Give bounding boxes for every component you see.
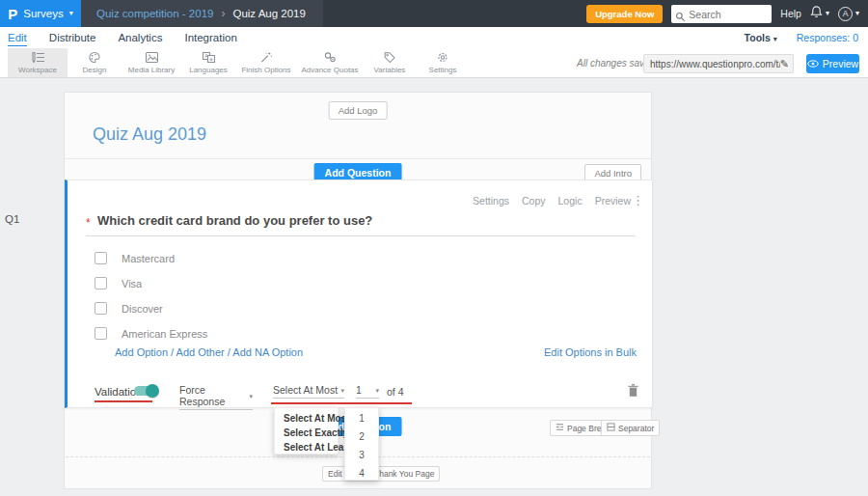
page-break-icon: [556, 423, 564, 433]
languages-icon: Aa: [202, 51, 216, 64]
add-logo-button[interactable]: Add Logo: [329, 101, 388, 120]
validation-toggle[interactable]: [134, 386, 158, 396]
selection-rule-menu: Select At Most Select Exactly Select At …: [274, 407, 339, 455]
add-other-link[interactable]: Add Other: [176, 346, 225, 358]
top-navbar: P Surveys ▾ Quiz competition - 2019 › Qu…: [0, 0, 868, 27]
bell-icon: [810, 5, 823, 22]
toolbar-item-label: Design: [83, 66, 107, 74]
tools-menu[interactable]: Tools ▾: [745, 32, 777, 43]
workspace-icon: [31, 51, 45, 64]
question-copy-link[interactable]: Copy: [522, 195, 546, 207]
separator-button[interactable]: Separator: [601, 420, 660, 436]
option-label[interactable]: Mastercard: [122, 253, 175, 264]
option-checkbox[interactable]: [95, 252, 107, 264]
search-icon: [675, 9, 686, 26]
question-settings-link[interactable]: Settings: [473, 195, 509, 207]
option-checkbox[interactable]: [95, 277, 107, 289]
separator-icon: [607, 423, 615, 433]
svg-text:a: a: [209, 56, 212, 62]
notifications-menu[interactable]: ▾: [810, 5, 829, 22]
menu-item-4[interactable]: 4: [345, 464, 378, 482]
help-link[interactable]: Help: [780, 8, 801, 19]
tab-analytics[interactable]: Analytics: [118, 30, 162, 45]
edit-options-in-bulk-link[interactable]: Edit Options in Bulk: [544, 346, 637, 358]
selection-count-value: 1: [356, 384, 362, 396]
chevron-down-icon: ▾: [69, 10, 73, 17]
menu-item-3[interactable]: 3: [345, 446, 378, 464]
validation-row: Validation Force Response ▾ Select At Mo…: [68, 381, 652, 402]
toolbar-item-advance-quotas[interactable]: Advance Quotas: [297, 48, 363, 77]
annotation-underline-validation: [95, 400, 152, 402]
question-preview-link[interactable]: Preview: [595, 195, 631, 207]
variables-icon: [383, 51, 396, 64]
tab-distribute[interactable]: Distribute: [49, 30, 96, 45]
option-row-american-express: American Express: [95, 327, 207, 340]
selection-count-dropdown[interactable]: 1 ▾: [356, 384, 379, 399]
option-label[interactable]: Discover: [122, 303, 163, 315]
toolbar-item-settings[interactable]: Settings: [417, 48, 469, 77]
menu-item-select-at-least[interactable]: Select At Least: [275, 440, 338, 455]
toolbar-item-workspace[interactable]: Workspace: [8, 48, 68, 77]
toolbar-item-label: Media Library: [128, 66, 175, 74]
question-text[interactable]: Which credit card brand do you prefer to…: [97, 213, 372, 228]
title-divider: [65, 158, 651, 159]
editor-toolbar: Workspace Design Media Library Aa Langua…: [0, 48, 868, 78]
svg-text:A: A: [204, 53, 208, 59]
selection-rule-dropdown[interactable]: Select At Most ▾: [273, 384, 344, 399]
option-checkbox[interactable]: [95, 302, 107, 315]
question-index-label: Q1: [5, 213, 19, 225]
toolbar-item-label: Variables: [374, 66, 406, 74]
tab-edit[interactable]: Edit: [8, 30, 27, 46]
add-na-option-link[interactable]: Add NA Option: [232, 346, 303, 358]
toolbar-item-label: Finish Options: [241, 66, 290, 74]
menu-item-select-exactly[interactable]: Select Exactly: [275, 426, 338, 440]
eye-icon: [807, 58, 819, 69]
breadcrumb-parent[interactable]: Quiz competition - 2019: [96, 8, 213, 19]
menu-item-2[interactable]: 2: [345, 427, 378, 446]
force-response-value: Force Response: [179, 384, 249, 407]
option-label[interactable]: American Express: [122, 328, 207, 340]
delete-question-trash-icon[interactable]: [627, 383, 639, 401]
preview-button[interactable]: Preview: [806, 54, 859, 73]
avatar: A: [838, 7, 853, 21]
toolbar-item-languages[interactable]: Aa Languages: [181, 48, 235, 77]
surveys-product-menu[interactable]: P Surveys ▾: [0, 0, 81, 27]
question-logic-link[interactable]: Logic: [558, 195, 583, 207]
toggle-knob: [146, 384, 159, 398]
toolbar-item-variables[interactable]: Variables: [363, 48, 417, 77]
toolbar-item-media-library[interactable]: Media Library: [122, 48, 181, 77]
option-label[interactable]: Visa: [122, 278, 142, 289]
breadcrumb: Quiz competition - 2019 › Quiz Aug 2019: [81, 0, 323, 27]
toolbar-item-label: Advance Quotas: [301, 66, 358, 74]
thank-you-page-button[interactable]: Thank You Page: [368, 466, 440, 482]
question-more-menu-icon[interactable]: ⋮: [632, 193, 644, 207]
settings-icon: [436, 51, 449, 64]
separator-label: Separator: [618, 424, 654, 433]
chevron-down-icon: ▾: [855, 10, 859, 17]
toolbar-item-label: Languages: [189, 66, 228, 74]
tab-integration[interactable]: Integration: [184, 30, 236, 45]
toolbar-item-label: Settings: [429, 66, 457, 74]
advance-quotas-icon: [323, 51, 338, 64]
survey-title[interactable]: Quiz Aug 2019: [93, 124, 206, 145]
edit-url-pencil-icon[interactable]: ✎: [780, 58, 789, 70]
add-option-link[interactable]: Add Option: [115, 346, 168, 358]
questionpro-logo: P: [8, 7, 17, 21]
toolbar-item-design[interactable]: Design: [68, 48, 122, 77]
survey-url-field: ✎: [643, 54, 794, 73]
responses-count[interactable]: Responses: 0: [797, 32, 858, 43]
menu-item-select-at-most[interactable]: Select At Most: [275, 411, 338, 426]
question-block: Settings Copy Logic Preview ⋮ * Which cr…: [65, 179, 653, 408]
selection-rule-value: Select At Most: [273, 384, 338, 396]
force-response-dropdown[interactable]: Force Response ▾: [179, 384, 253, 410]
toolbar-item-finish-options[interactable]: Finish Options: [235, 48, 297, 77]
finish-options-icon: [259, 51, 273, 64]
global-search: [671, 5, 772, 23]
upgrade-now-button[interactable]: Upgrade Now: [586, 5, 663, 23]
survey-url-input[interactable]: [650, 59, 780, 69]
option-checkbox[interactable]: [95, 327, 107, 340]
selection-count-menu: 1 2 3 4: [344, 407, 379, 481]
account-menu[interactable]: A ▾: [838, 7, 859, 21]
menu-item-1[interactable]: 1: [345, 409, 378, 427]
search-input[interactable]: [671, 5, 772, 23]
